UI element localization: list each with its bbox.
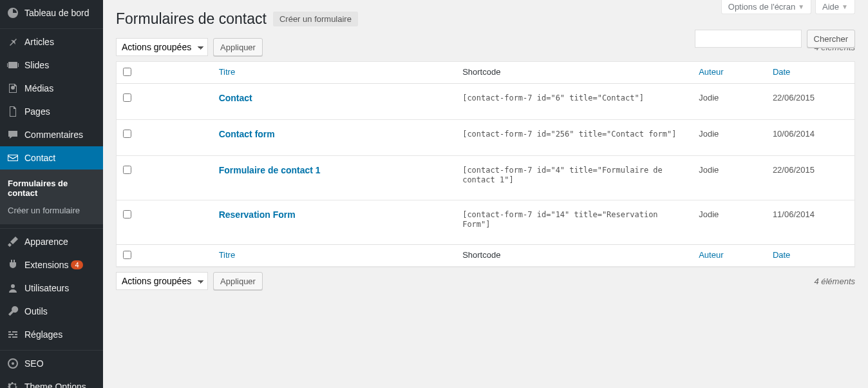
page-icon: [6, 105, 19, 118]
sidebar-item-label: Commentaires: [24, 130, 83, 140]
date-cell: 10/06/2014: [766, 120, 855, 156]
search-button[interactable]: Chercher: [807, 30, 855, 48]
shortcode-text: [contact-form-7 id="256" title="Contact …: [462, 130, 676, 139]
footer-title[interactable]: Titre: [212, 245, 457, 267]
comment-icon: [6, 128, 19, 141]
sidebar-item-users[interactable]: Utilisateurs: [0, 276, 103, 300]
form-title-link[interactable]: Reservation Form: [219, 209, 296, 220]
sidebar-item-settings[interactable]: Réglages: [0, 323, 103, 346]
author-cell: Jodie: [692, 156, 766, 200]
screen-options-tab[interactable]: Options de l'écran ▼: [721, 0, 811, 14]
sort-author-link[interactable]: Auteur: [699, 250, 723, 260]
sidebar-separator: [0, 226, 103, 229]
header-author[interactable]: Auteur: [692, 62, 766, 84]
footer-shortcode: Shortcode: [456, 245, 692, 267]
chevron-down-icon: ▼: [798, 3, 804, 10]
table-row: Contact form [contact-form-7 id="256" ti…: [117, 120, 855, 156]
update-badge: 4: [71, 260, 82, 269]
sidebar-separator: [0, 347, 103, 351]
submenu-item-create[interactable]: Créer un formulaire: [0, 202, 103, 219]
row-checkbox[interactable]: [123, 166, 131, 174]
sidebar-item-label: Outils: [24, 306, 48, 316]
sidebar-item-contact[interactable]: Contact: [0, 146, 103, 170]
table-row: Contact [contact-form-7 id="6" title="Co…: [117, 84, 855, 120]
table-row: Formulaire de contact 1 [contact-form-7 …: [117, 156, 855, 200]
author-cell: Jodie: [692, 200, 766, 245]
sidebar-item-label: Contact: [24, 153, 55, 163]
create-form-button[interactable]: Créer un formulaire: [273, 12, 358, 26]
sidebar-item-plugins[interactable]: Extensions 4: [0, 253, 103, 276]
select-all-top[interactable]: [123, 68, 131, 76]
sort-date-link[interactable]: Date: [773, 250, 790, 260]
shortcode-text: [contact-form-7 id="14" title="Reservati…: [462, 210, 657, 229]
dashboard-icon: [6, 6, 19, 19]
row-checkbox[interactable]: [123, 130, 131, 138]
header-shortcode: Shortcode: [456, 62, 692, 84]
sidebar-item-slides[interactable]: Slides: [0, 53, 103, 77]
seo-icon: [6, 357, 19, 370]
svg-point-3: [11, 284, 15, 288]
date-cell: 11/06/2014: [766, 200, 855, 245]
sidebar-item-label: Tableau de bord: [24, 8, 89, 18]
sidebar-item-tools[interactable]: Outils: [0, 300, 103, 323]
header-date[interactable]: Date: [766, 62, 855, 84]
sidebar-item-seo[interactable]: SEO: [0, 352, 103, 375]
items-count-bottom: 4 éléments: [814, 276, 855, 286]
sidebar-item-label: Theme Options: [24, 382, 86, 388]
bulk-action-select-bottom[interactable]: Actions groupées: [116, 272, 208, 290]
apply-button-bottom[interactable]: Appliquer: [213, 272, 263, 290]
svg-rect-0: [8, 62, 17, 68]
header-title[interactable]: Titre: [212, 62, 457, 84]
sidebar-item-comments[interactable]: Commentaires: [0, 123, 103, 146]
page-title: Formulaires de contact: [116, 10, 267, 28]
sidebar-item-pages[interactable]: Pages: [0, 100, 103, 123]
sort-title-link[interactable]: Titre: [219, 67, 236, 77]
user-icon: [6, 282, 19, 295]
forms-table: Titre Shortcode Auteur Date Contact [con…: [116, 61, 855, 267]
sidebar-item-label: Articles: [24, 37, 54, 47]
sidebar-item-dashboard[interactable]: Tableau de bord: [0, 1, 103, 24]
sidebar-item-media[interactable]: Médias: [0, 77, 103, 100]
select-all-bottom[interactable]: [123, 251, 131, 259]
date-cell: 22/06/2015: [766, 156, 855, 200]
pin-icon: [6, 35, 19, 48]
chevron-down-icon: ▼: [842, 3, 848, 10]
sidebar-item-label: Médias: [24, 83, 53, 93]
submenu-item-forms[interactable]: Formulaires de contact: [0, 175, 103, 202]
screen-options-label: Options de l'écran: [728, 2, 795, 12]
apply-button-top[interactable]: Appliquer: [213, 38, 263, 56]
header-checkbox-cell: [117, 62, 212, 84]
sort-author-link[interactable]: Auteur: [699, 67, 723, 77]
form-title-link[interactable]: Contact form: [219, 129, 275, 139]
brush-icon: [6, 235, 19, 248]
sidebar-item-label: Réglages: [24, 329, 62, 340]
date-cell: 22/06/2015: [766, 84, 855, 120]
row-checkbox[interactable]: [123, 93, 131, 102]
sidebar-item-appearance[interactable]: Apparence: [0, 230, 103, 253]
form-title-link[interactable]: Contact: [219, 93, 252, 103]
main-content: Options de l'écran ▼ Aide ▼ Formulaires …: [103, 0, 868, 388]
sort-title-link[interactable]: Titre: [219, 250, 236, 260]
author-cell: Jodie: [692, 120, 766, 156]
footer-checkbox-cell: [117, 245, 212, 267]
sidebar-item-posts[interactable]: Articles: [0, 30, 103, 53]
sidebar-item-label: Extensions: [24, 260, 68, 270]
bulk-action-select-top[interactable]: Actions groupées: [116, 38, 208, 56]
bulk-actions-top: Actions groupées Appliquer: [116, 38, 263, 56]
form-title-link[interactable]: Formulaire de contact 1: [219, 165, 321, 175]
shortcode-text: [contact-form-7 id="4" title="Formulaire…: [462, 166, 663, 184]
sliders-icon: [6, 328, 19, 341]
sort-date-link[interactable]: Date: [773, 67, 790, 77]
svg-rect-2: [18, 63, 19, 67]
help-tab[interactable]: Aide ▼: [815, 0, 855, 14]
row-checkbox[interactable]: [123, 210, 131, 218]
bulk-actions-bottom: Actions groupées Appliquer: [116, 272, 263, 290]
shortcode-text: [contact-form-7 id="6" title="Contact"]: [462, 93, 644, 102]
sidebar-submenu-contact: Formulaires de contact Créer un formulai…: [0, 170, 103, 224]
footer-author[interactable]: Auteur: [692, 245, 766, 267]
svg-point-5: [12, 362, 14, 365]
sidebar-item-label: Apparence: [24, 237, 68, 247]
footer-date[interactable]: Date: [766, 245, 855, 267]
sidebar-item-themeoptions[interactable]: Theme Options: [0, 375, 103, 388]
search-input[interactable]: [695, 30, 802, 48]
